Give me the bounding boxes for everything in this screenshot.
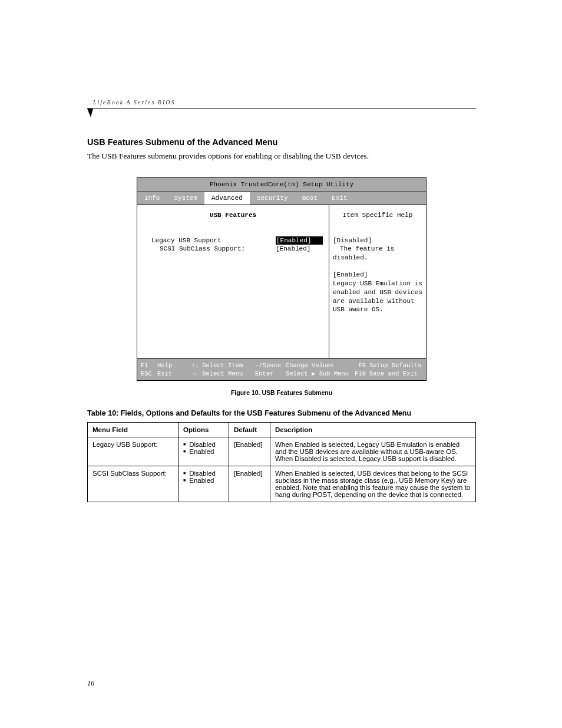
footer-key-space: -/Space	[255, 361, 286, 370]
bios-field-value: [Enabled]	[276, 245, 323, 253]
footer-action-select-item: Select Item	[202, 361, 255, 370]
cell-options: Disabled Enabled	[178, 466, 229, 502]
header-rule	[87, 108, 476, 117]
bios-tab-boot[interactable]: Boot	[295, 192, 325, 205]
cell-default: [Enabled]	[229, 437, 270, 466]
footer-action-change-values: Change Values	[286, 361, 353, 370]
footer-action-setup-defaults: Setup Defaults	[369, 361, 421, 370]
bios-tab-advanced[interactable]: Advanced	[204, 192, 250, 205]
footer-key-f9: F9	[353, 361, 369, 370]
help-enabled-text: Legacy USB Emulation is enabled and USB …	[333, 280, 422, 314]
table-header: Default	[229, 423, 270, 437]
option-item: Enabled	[183, 477, 214, 484]
bios-tab-info[interactable]: Info	[137, 192, 167, 205]
bios-field-legacy-usb[interactable]: Legacy USB Support [Enabled]	[143, 236, 323, 245]
help-enabled-key: [Enabled]	[333, 271, 368, 278]
bios-tab-security[interactable]: Security	[250, 192, 295, 205]
intro-paragraph: The USB Features submenu provides option…	[87, 151, 476, 161]
footer-action-select-submenu: Select ▶ Sub-Menu	[286, 370, 353, 378]
bios-tabs: Info System Advanced Security Boot Exit	[137, 192, 426, 205]
bios-tab-exit[interactable]: Exit	[325, 192, 354, 205]
option-item: Disabled	[183, 441, 216, 448]
footer-key-updown: ↑↓	[188, 361, 202, 370]
footer-key-esc: ESC	[141, 370, 157, 378]
figure-caption: Figure 10. USB Features Submenu	[87, 389, 476, 396]
bios-field-label: SCSI SubClass Support:	[143, 245, 276, 253]
bios-field-label: Legacy USB Support	[143, 236, 276, 245]
options-table: Menu Field Options Default Description L…	[87, 422, 476, 502]
footer-action-select-menu: Select Menu	[202, 370, 255, 378]
svg-marker-1	[87, 108, 93, 117]
bios-help-pane: Item Specific Help [Disabled] The featur…	[329, 205, 426, 358]
footer-key-enter: Enter	[255, 370, 286, 378]
table-header: Menu Field	[88, 423, 178, 437]
cell-description: When Enabled is selected, USB devices th…	[270, 466, 476, 502]
table-header: Description	[270, 423, 476, 437]
bios-field-scsi-subclass[interactable]: SCSI SubClass Support: [Enabled]	[143, 245, 323, 253]
bios-footer: F1 Help ↑↓ Select Item -/Space Change Va…	[137, 358, 426, 380]
footer-action-exit: Exit	[157, 370, 188, 378]
cell-menu-field: SCSI SubClass Support:	[88, 466, 178, 502]
footer-action-help: Help	[157, 361, 188, 370]
footer-action-save-exit: Save and Exit	[369, 370, 418, 378]
option-item: Enabled	[183, 448, 214, 455]
bios-left-pane: USB Features Legacy USB Support [Enabled…	[137, 205, 329, 358]
bios-tab-system[interactable]: System	[167, 192, 204, 205]
cell-menu-field: Legacy USB Support:	[88, 437, 178, 466]
bios-submenu-title: USB Features	[143, 211, 323, 220]
bios-utility-title: Phoenix TrustedCore(tm) Setup Utility	[137, 178, 426, 192]
bios-help-title: Item Specific Help	[333, 211, 422, 220]
section-title: USB Features Submenu of the Advanced Men…	[87, 137, 476, 147]
help-disabled-text: The feature is disabled.	[333, 245, 394, 261]
option-item: Disabled	[183, 470, 216, 477]
table-row: Legacy USB Support: Disabled Enabled [En…	[88, 437, 476, 466]
help-disabled-key: [Disabled]	[333, 237, 372, 244]
page-number: 16	[87, 679, 476, 688]
table-row: SCSI SubClass Support: Disabled Enabled …	[88, 466, 476, 502]
table-caption: Table 10: Fields, Options and Defaults f…	[87, 409, 476, 417]
running-head: LifeBook A Series BIOS	[87, 99, 476, 106]
footer-key-leftright: ↔	[188, 370, 202, 378]
cell-options: Disabled Enabled	[178, 437, 229, 466]
cell-description: When Enabled is selected, Legacy USB Emu…	[270, 437, 476, 466]
table-header-row: Menu Field Options Default Description	[88, 423, 476, 437]
bios-field-value: [Enabled]	[276, 236, 323, 245]
table-header: Options	[178, 423, 229, 437]
bios-screenshot: Phoenix TrustedCore(tm) Setup Utility In…	[137, 177, 427, 381]
footer-key-f1: F1	[141, 361, 157, 370]
cell-default: [Enabled]	[229, 466, 270, 502]
footer-key-f10: F10	[353, 370, 369, 378]
